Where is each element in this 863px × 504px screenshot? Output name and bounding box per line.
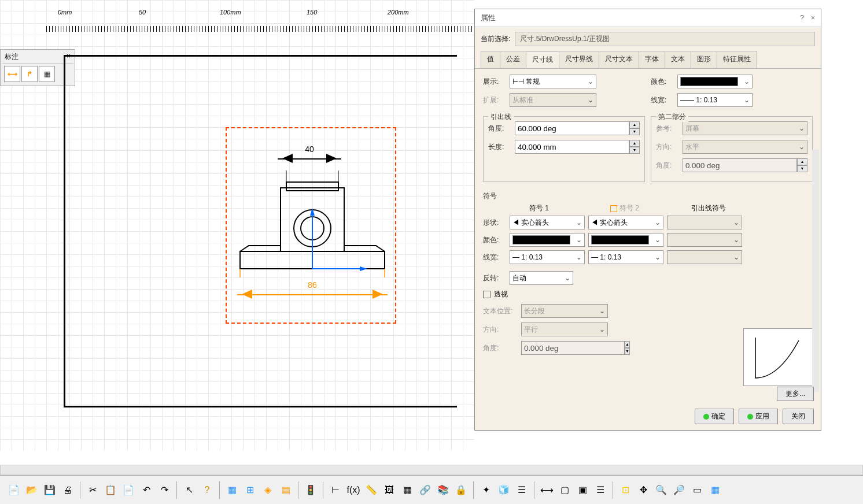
leader-length-spinner[interactable]: ▲▼ bbox=[515, 140, 640, 154]
leader-symbol-header: 引出线符号 bbox=[680, 203, 761, 213]
perspective-checkbox[interactable] bbox=[483, 291, 490, 298]
sheet-icon[interactable]: ▢ bbox=[556, 482, 573, 498]
leader-symbol-lw-select: ⌄ bbox=[667, 250, 742, 264]
paste-icon[interactable]: 📄 bbox=[120, 482, 137, 498]
symbol1-shape-select[interactable]: ◀ 实心箭头⌄ bbox=[510, 216, 585, 229]
cut-icon[interactable]: ✂ bbox=[84, 482, 101, 498]
current-selection-label: 当前选择: bbox=[481, 34, 510, 44]
fit-icon[interactable]: ⊡ bbox=[617, 482, 633, 498]
dimension-tool-icon[interactable]: ⟷ bbox=[4, 66, 20, 82]
tab-font[interactable]: 字体 bbox=[639, 51, 665, 68]
color-swatch bbox=[680, 77, 738, 86]
select-icon[interactable]: ↖ bbox=[181, 482, 197, 498]
filter-icon[interactable]: ▤ bbox=[278, 482, 294, 498]
properties-dialog: 属性 ? × 当前选择: 尺寸.5/DrwDressUp.1/正视图 值 公差 … bbox=[474, 9, 821, 431]
grid-icon[interactable]: ▦ bbox=[224, 482, 240, 498]
svg-rect-3 bbox=[286, 182, 338, 191]
help-icon[interactable]: ? bbox=[199, 482, 215, 498]
part2-angle-spinner: ▲▼ bbox=[683, 158, 807, 172]
zoom-in-icon[interactable]: 🔍 bbox=[653, 482, 669, 498]
chevron-down-icon: ⌄ bbox=[744, 96, 750, 104]
dimension-40[interactable]: 40 bbox=[278, 144, 341, 163]
measure-icon[interactable]: 📏 bbox=[363, 482, 379, 498]
tab-text[interactable]: 文本 bbox=[665, 51, 691, 68]
dialog-title: 属性 bbox=[481, 13, 496, 23]
analysis-icon[interactable]: ◈ bbox=[260, 482, 276, 498]
extend-label: 扩展: bbox=[483, 95, 506, 105]
symbol1-lw-select[interactable]: — 1: 0.13⌄ bbox=[510, 250, 585, 264]
new-icon[interactable]: 📄 bbox=[6, 482, 22, 498]
display-select[interactable]: ⊢⊣ 常规 ⌄ bbox=[510, 75, 596, 88]
ok-button[interactable]: 确定 bbox=[695, 409, 734, 424]
close-icon[interactable]: × bbox=[811, 14, 815, 22]
center-icon[interactable]: ✦ bbox=[478, 482, 494, 498]
undo-icon[interactable]: ↶ bbox=[138, 482, 154, 498]
tab-graphic[interactable]: 图形 bbox=[691, 51, 717, 68]
tab-dimension-text[interactable]: 尺寸文本 bbox=[599, 51, 639, 68]
open-icon[interactable]: 📂 bbox=[24, 482, 40, 498]
table-tool-icon[interactable]: ▦ bbox=[39, 66, 55, 82]
svg-marker-10 bbox=[310, 208, 315, 216]
traffic-icon[interactable]: 🚦 bbox=[303, 482, 319, 498]
image-icon[interactable]: 🖼 bbox=[381, 482, 397, 498]
dimension-chain-tool-icon[interactable]: ↱ bbox=[21, 66, 38, 82]
catalog-icon[interactable]: 📚 bbox=[435, 482, 451, 498]
text-dir-label: 方向: bbox=[483, 325, 518, 335]
tab-value[interactable]: 值 bbox=[481, 51, 500, 68]
bom-icon[interactable]: ☰ bbox=[592, 482, 608, 498]
panel-scrollbar[interactable] bbox=[812, 150, 819, 392]
views-icon[interactable]: ▣ bbox=[574, 482, 591, 498]
tab-dimension-line[interactable]: 尺寸线 bbox=[526, 51, 559, 69]
color-label: 颜色: bbox=[651, 77, 674, 87]
redo-icon[interactable]: ↷ bbox=[156, 482, 172, 498]
extend-select: 从标准 ⌄ bbox=[510, 93, 596, 107]
linewidth-select[interactable]: —— 1: 0.13 ⌄ bbox=[677, 93, 753, 107]
print-icon[interactable]: 🖨 bbox=[60, 482, 76, 498]
horizontal-scrollbar[interactable] bbox=[0, 465, 863, 475]
zoom-out-icon[interactable]: 🔎 bbox=[671, 482, 687, 498]
part2-dir-select: 水平⌄ bbox=[683, 140, 807, 154]
reverse-select[interactable]: 自动⌄ bbox=[510, 271, 573, 285]
help-icon[interactable]: ? bbox=[800, 14, 804, 22]
save-icon[interactable]: 💾 bbox=[42, 482, 58, 498]
more-button[interactable]: 更多... bbox=[777, 387, 814, 401]
text-angle-spinner: ▲▼ bbox=[521, 341, 608, 355]
snap-icon[interactable]: ⊞ bbox=[242, 482, 258, 498]
tab-tolerance[interactable]: 公差 bbox=[500, 51, 526, 68]
table-icon[interactable]: ▦ bbox=[399, 482, 415, 498]
sym-lw-label: 线宽: bbox=[483, 253, 506, 262]
leader-angle-spinner[interactable]: ▲▼ bbox=[515, 121, 640, 135]
text-angle-label: 角度: bbox=[483, 343, 518, 353]
symbol2-color-select[interactable]: ⌄ bbox=[588, 233, 663, 247]
reverse-label: 反转: bbox=[483, 273, 506, 283]
pan-icon[interactable]: ✥ bbox=[635, 482, 651, 498]
symbol2-shape-select[interactable]: ◀ 实心箭头⌄ bbox=[588, 216, 663, 229]
link-icon[interactable]: 🔗 bbox=[417, 482, 433, 498]
close-button[interactable]: 关闭 bbox=[783, 409, 814, 424]
linewidth-label: 线宽: bbox=[651, 95, 674, 105]
chevron-down-icon: ⌄ bbox=[588, 96, 593, 104]
lock-icon[interactable]: 🔒 bbox=[453, 482, 469, 498]
copy-icon[interactable]: 📋 bbox=[102, 482, 119, 498]
tab-extension-line[interactable]: 尺寸界线 bbox=[559, 51, 599, 68]
axis-icon[interactable]: ⊢ bbox=[327, 482, 344, 498]
symbol1-color-select[interactable]: ⌄ bbox=[510, 233, 585, 247]
multi-view-icon[interactable]: ▦ bbox=[707, 482, 723, 498]
apply-button[interactable]: 应用 bbox=[739, 409, 778, 424]
tab-feature-props[interactable]: 特征属性 bbox=[717, 51, 757, 68]
normal-view-icon[interactable]: ▭ bbox=[689, 482, 705, 498]
part2-ref-select: 屏幕⌄ bbox=[683, 121, 807, 135]
dim-tool-icon[interactable]: ⟷ bbox=[539, 482, 555, 498]
symbol2-lw-select[interactable]: — 1: 0.13⌄ bbox=[588, 250, 663, 264]
leader-symbol-color-select: ⌄ bbox=[667, 233, 742, 247]
symbol2-header: 符号 2 bbox=[599, 203, 680, 213]
leader-angle-label: 角度: bbox=[488, 124, 511, 134]
formula-icon[interactable]: f(x) bbox=[345, 482, 362, 498]
view3d-icon[interactable]: 🧊 bbox=[496, 482, 512, 498]
shape-label: 形状: bbox=[483, 218, 506, 228]
current-selection-field[interactable]: 尺寸.5/DrwDressUp.1/正视图 bbox=[515, 32, 815, 46]
layers-icon[interactable]: ☰ bbox=[514, 482, 530, 498]
color-select[interactable]: ⌄ bbox=[677, 75, 753, 88]
dimension-86[interactable]: 86 bbox=[237, 280, 388, 299]
horizontal-ruler: 0mm 50 100mm 150 200mm bbox=[46, 9, 474, 23]
